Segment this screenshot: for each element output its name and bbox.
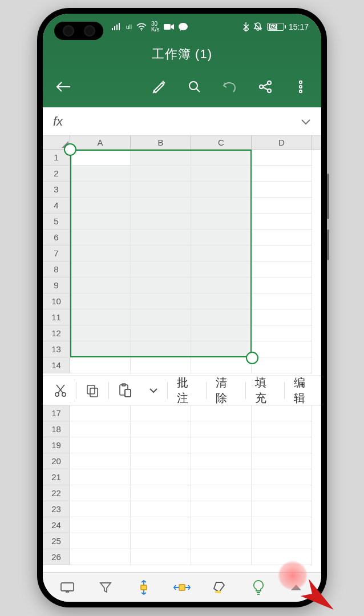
cell[interactable] [191, 501, 252, 517]
cell[interactable] [252, 198, 312, 214]
table-row[interactable]: 21 [43, 469, 321, 485]
cell[interactable] [70, 166, 131, 182]
cell[interactable] [191, 341, 252, 357]
table-row[interactable]: 25 [43, 533, 321, 549]
cell[interactable] [131, 166, 191, 182]
selection-handle-tl[interactable] [64, 143, 76, 156]
table-row[interactable]: 8 [43, 261, 321, 277]
cell[interactable] [70, 485, 131, 501]
cell[interactable] [252, 230, 312, 245]
formula-bar[interactable]: fx [43, 107, 321, 136]
table-row[interactable]: 1 [43, 150, 321, 166]
cell[interactable] [191, 453, 252, 469]
cell[interactable] [70, 182, 131, 198]
cell[interactable] [252, 517, 312, 533]
cell[interactable] [131, 277, 191, 293]
table-row[interactable]: 4 [43, 198, 321, 214]
cell[interactable] [70, 230, 131, 245]
table-row[interactable]: 10 [43, 293, 321, 309]
cell[interactable] [191, 214, 252, 230]
row-header-14[interactable]: 14 [43, 357, 70, 373]
row-header-20[interactable]: 20 [43, 453, 70, 469]
cell[interactable] [191, 293, 252, 309]
cell[interactable] [131, 230, 191, 245]
cell[interactable] [191, 405, 252, 421]
cell[interactable] [131, 182, 191, 198]
table-row[interactable]: 3 [43, 182, 321, 198]
cell[interactable] [70, 325, 131, 341]
col-header-B[interactable]: B [131, 136, 191, 149]
copy-button[interactable] [78, 376, 107, 405]
chevron-down-icon[interactable] [301, 114, 311, 129]
cell[interactable] [252, 245, 312, 261]
annotate-button[interactable]: 批注 [169, 376, 205, 405]
table-row[interactable]: 17 [43, 405, 321, 421]
cell[interactable] [131, 437, 191, 453]
more-menu-button[interactable] [290, 77, 311, 97]
clear-button[interactable]: 清除 [208, 376, 244, 405]
cell[interactable] [70, 341, 131, 357]
edit-button[interactable]: 编辑 [286, 376, 318, 405]
col-header-A[interactable]: A [70, 136, 131, 149]
cell[interactable] [131, 533, 191, 549]
table-row[interactable]: 12 [43, 325, 321, 341]
cell[interactable] [191, 485, 252, 501]
cell[interactable] [252, 485, 312, 501]
row-header-13[interactable]: 13 [43, 341, 70, 357]
cell[interactable] [131, 214, 191, 230]
spreadsheet-upper[interactable]: ABCD 1234567891011121314 [43, 136, 321, 376]
cell[interactable] [191, 182, 252, 198]
cell[interactable] [191, 198, 252, 214]
format-brush-button[interactable] [149, 77, 169, 97]
cell[interactable] [70, 421, 131, 437]
cell[interactable] [191, 309, 252, 325]
table-row[interactable]: 22 [43, 485, 321, 501]
undo-button[interactable] [220, 77, 240, 97]
row-header-26[interactable]: 26 [43, 549, 70, 565]
cell[interactable] [70, 150, 131, 166]
resize-vertical-button[interactable] [133, 577, 155, 598]
table-row[interactable]: 9 [43, 277, 321, 293]
cell[interactable] [252, 309, 312, 325]
row-header-4[interactable]: 4 [43, 198, 70, 214]
back-button[interactable] [53, 77, 74, 97]
resize-horizontal-button[interactable] [171, 577, 193, 598]
cell[interactable] [191, 533, 252, 549]
row-header-21[interactable]: 21 [43, 469, 70, 485]
row-header-23[interactable]: 23 [43, 501, 70, 517]
cell[interactable] [252, 469, 312, 485]
row-header-24[interactable]: 24 [43, 517, 70, 533]
cell[interactable] [131, 421, 191, 437]
spreadsheet-lower[interactable]: 17181920212223242526 [43, 405, 321, 572]
table-row[interactable]: 23 [43, 501, 321, 517]
row-header-10[interactable]: 10 [43, 293, 70, 309]
table-row[interactable]: 13 [43, 341, 321, 357]
cell[interactable] [70, 277, 131, 293]
row-header-3[interactable]: 3 [43, 182, 70, 198]
cell[interactable] [70, 469, 131, 485]
cell[interactable] [252, 166, 312, 182]
cell[interactable] [70, 214, 131, 230]
cell[interactable] [70, 309, 131, 325]
cell[interactable] [252, 325, 312, 341]
cell[interactable] [191, 325, 252, 341]
table-row[interactable]: 11 [43, 309, 321, 325]
cell[interactable] [252, 182, 312, 198]
table-row[interactable]: 19 [43, 437, 321, 453]
table-row[interactable]: 20 [43, 453, 321, 469]
cell[interactable] [191, 357, 252, 373]
cell[interactable] [70, 357, 131, 373]
cell[interactable] [131, 357, 191, 373]
cell[interactable] [252, 357, 312, 373]
cell[interactable] [70, 533, 131, 549]
cell[interactable] [191, 230, 252, 245]
selection-handle-br[interactable] [246, 352, 258, 364]
cell[interactable] [191, 277, 252, 293]
cell[interactable] [191, 166, 252, 182]
row-header-18[interactable]: 18 [43, 421, 70, 437]
cell[interactable] [252, 453, 312, 469]
cell[interactable] [131, 245, 191, 261]
cell[interactable] [131, 517, 191, 533]
cell[interactable] [252, 261, 312, 277]
cell[interactable] [191, 549, 252, 565]
